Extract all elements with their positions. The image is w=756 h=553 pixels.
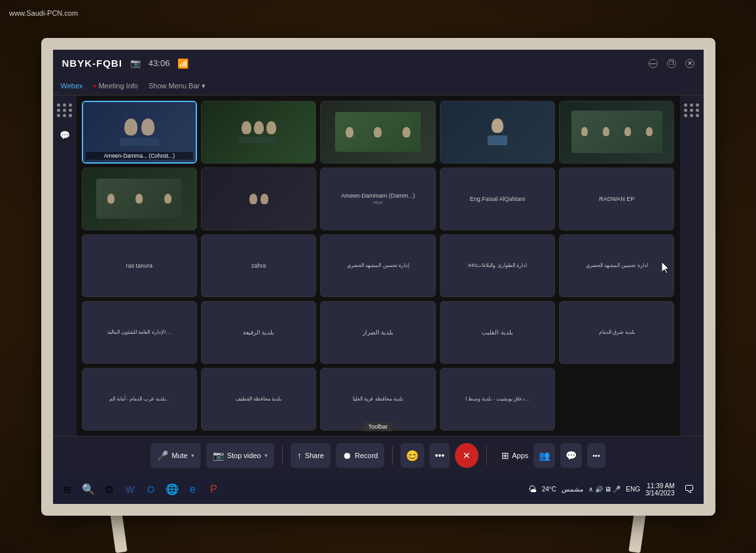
outlook-taskbar-icon[interactable]: O [142,480,160,499]
video-tile-radwan: RADWAN EP [559,168,674,230]
grid-icon-right[interactable] [684,103,700,117]
video-tile-sharq: بلدية شرق الدمام [559,301,674,364]
weather-icon: 🌤 [528,484,537,494]
tile-name-rafea: بلدية الرفيعة [240,327,278,338]
restore-button[interactable]: ❐ [667,59,676,68]
video-tile-5 [559,101,674,164]
outlook-icon: O [147,484,154,495]
tile-label-1: Ameen-Damma... (Cohost...) [86,152,193,160]
notification-button[interactable]: 🗨 [680,480,698,499]
search-taskbar-button[interactable]: 🔍 [79,480,98,499]
video-tile-dawaq: ...دعاق بوبشيت - بلدية وسط ا [440,368,555,431]
video-tile-qaria: بلدية محافظة قرية العليا [320,368,435,431]
chat-toolbar-button[interactable]: 💬 [560,443,582,468]
taskbar-right: 🌤 24°C مشمس ∧ 🔊 🖥 🎤 ENG 11:39 AM 3/14/20… [528,480,698,499]
tile-name-idara-tahsin2: ادارة تحسين المشهد الحضري [583,260,651,271]
left-sidebar: 💬 [53,96,77,436]
tile-name-dawaq: ...دعاق بوبشيت - بلدية وسط ا [463,393,531,404]
emoji-button[interactable]: 😊 [401,443,424,468]
video-tile-6 [82,168,197,230]
video-tile-qatif: بلدية محافظة القطيف [201,368,316,431]
edge-taskbar-icon[interactable]: e [184,480,202,499]
separator-1 [282,446,283,465]
menu-show-menu[interactable]: Show Menu Bar ▾ [149,82,206,90]
apps-grid-icon: ⊞ [501,450,509,461]
taskview-icon: ⧉ [105,484,113,495]
windows-icon: ⊞ [63,484,71,495]
mute-button[interactable]: 🎤 Mute ▾ [151,443,200,468]
main-content: 💬 [53,96,704,436]
video-tile-3 [320,101,435,164]
menu-bar: Webex ● Meeting Info Show Menu Bar ▾ [53,77,704,96]
video-tile-2 [201,101,316,164]
clock-date: 3/14/2023 [645,490,675,497]
tile-name-gharb: ...بلدية غرب الدمام - أمانة الم [107,393,172,404]
share-button[interactable]: ↑ Share [291,443,331,468]
video-tile-4 [440,101,555,164]
record-button[interactable]: ⏺ Record [336,443,384,468]
end-call-button[interactable]: ✕ [455,443,478,468]
separator-2 [392,446,393,465]
toolbar: Toolbar 🎤 Mute ▾ 📷 Stop video ▾ ↑ [53,436,704,475]
word-icon: W [126,484,134,495]
more-options-icon: ••• [592,452,600,459]
record-icon: ⏺ [342,450,351,461]
chat-icon[interactable]: 💬 [60,130,70,140]
tile-name-rastanura: ras tanura [123,260,155,272]
mute-arrow: ▾ [191,452,194,459]
emoji-icon: 😊 [406,450,419,462]
clock-time: 11:39 AM [645,482,675,490]
video-tile-rastanura: ras tanura [82,234,197,297]
camera-toolbar-icon: 📷 [213,450,224,461]
video-tile-idara-tawaree: ادارة الطوارئ والبلاغات940 [440,234,555,297]
chrome-taskbar-icon[interactable]: 🌐 [163,480,181,499]
tile-name-dhrar: بلدية الضرار [360,327,397,338]
title-bar: NBYK-FQBI 📷 43:06 📶 — ❐ ✕ [53,50,704,77]
video-tile-idara-tahsin2: ادارة تحسين المشهد الحضري [559,234,674,297]
tile-name-sharq: بلدية شرق الدمام [596,327,638,338]
taskview-button[interactable]: ⧉ [100,480,118,499]
powerpoint-taskbar-icon[interactable]: P [205,480,223,499]
photo-background: www.Saudi-PCN.com NBYK-FQBI 📷 43:06 📶 — … [0,0,756,553]
stop-video-arrow: ▾ [264,452,268,459]
video-tile-faisal: Eng.Faisal AlQahtani [440,168,555,230]
end-call-icon: ✕ [463,450,471,461]
participants-icon: 👥 [539,450,550,461]
screen: NBYK-FQBI 📷 43:06 📶 — ❐ ✕ Webex ● Meetin… [53,50,704,504]
video-tile-idara-tahsin: إدارة تحسين المشهد الحضري [320,234,435,297]
edge-icon: e [190,484,196,495]
toolbar-tooltip: Toolbar [363,422,393,431]
stop-video-button[interactable]: 📷 Stop video ▾ [206,443,274,468]
record-label: Record [355,452,378,459]
tile-name-idara-tahsin: إدارة تحسين المشهد الحضري [344,260,412,271]
apps-button[interactable]: ⊞ Apps [501,450,528,461]
share-label: Share [305,452,324,459]
ppt-icon: P [210,484,217,495]
start-button[interactable]: ⊞ [58,480,77,499]
tile-name-idara-amma: ... الإدارة العامة للشئون المالية [105,327,174,338]
video-tile-ameen-host: Ameen-Dammam (Damm...)Host [320,168,435,230]
timer: 43:06 [149,58,170,68]
apps-area: ⊞ Apps 👥 💬 ••• [501,443,605,468]
video-tile-rafea: بلدية الرفيعة [201,301,316,364]
mute-icon: 🎤 [157,450,168,461]
weather-text: مشمس [562,486,583,493]
apps-label: Apps [512,452,528,459]
menu-meeting-info[interactable]: ● Meeting Info [94,82,138,90]
tile-name-ameen-host: Ameen-Dammam (Damm...)Host [338,190,418,208]
more-options-button[interactable]: ••• [587,443,605,468]
taskbar: ⊞ 🔍 ⧉ W O 🌐 e [53,475,704,504]
system-tray-icons: ∧ 🔊 🖥 🎤 [588,486,621,493]
participants-button[interactable]: 👥 [533,443,555,468]
minimize-button[interactable]: — [649,59,658,68]
video-grid: Ameen-Damma... (Cohost...) [77,96,680,436]
close-button[interactable]: ✕ [685,59,694,68]
language-indicator: ENG [626,486,640,493]
taskbar-clock: 11:39 AM 3/14/2023 [645,482,675,497]
more-button[interactable]: ••• [429,443,450,468]
recording-dot: ● [94,83,97,89]
menu-webex[interactable]: Webex [61,82,83,90]
grid-icon-left[interactable] [57,103,73,117]
word-taskbar-icon[interactable]: W [121,480,139,499]
video-tile-zahra: zahra [201,234,316,297]
